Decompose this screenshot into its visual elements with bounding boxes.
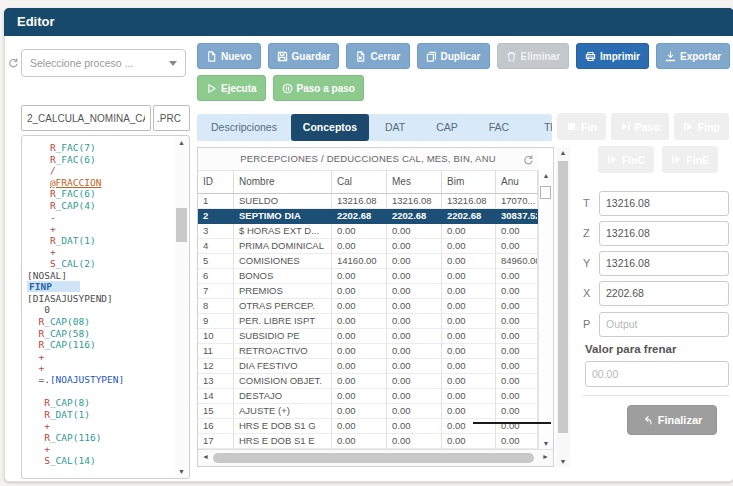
code-line[interactable]: R_CAP(58)	[27, 328, 174, 340]
guardar-button[interactable]: Guardar	[268, 43, 340, 69]
cerrar-button[interactable]: Cerrar	[346, 43, 409, 69]
scroll-down-icon[interactable]: ▼	[539, 440, 553, 447]
horizontal-scrollbar-thumb[interactable]	[213, 453, 534, 463]
fin-button[interactable]: Fin	[557, 113, 606, 140]
table-row[interactable]: 13COMISION OBJET.0.000.000.000.00	[198, 374, 538, 389]
eliminar-button[interactable]: Eliminar	[497, 43, 569, 69]
tab-fac[interactable]: FAC	[473, 114, 525, 141]
y-field[interactable]	[599, 251, 729, 276]
code-line[interactable]: R_CAP(116)	[27, 339, 174, 351]
tab-conceptos[interactable]: Conceptos	[291, 114, 369, 141]
table-row[interactable]: 12DIA FESTIVO0.000.000.000.00	[198, 359, 538, 374]
code-line[interactable]: 0	[27, 304, 174, 316]
code-line[interactable]: +	[27, 420, 174, 432]
p-output-field[interactable]	[599, 312, 729, 337]
code-line[interactable]: =.[NOAJUSTYPEN]	[27, 374, 174, 386]
code-line[interactable]: +	[27, 246, 174, 258]
table-cell: RETROACTIVO	[234, 344, 332, 359]
table-row[interactable]: 2SEPTIMO DIA2202.682202.682202.6830837.5…	[198, 209, 538, 224]
table-row[interactable]: 3$ HORAS EXT D...0.000.000.000.00	[198, 224, 538, 239]
fine-button[interactable]: FinE	[662, 146, 718, 173]
code-line[interactable]: +	[27, 362, 174, 374]
code-line[interactable]: S_CAL(14)	[27, 455, 174, 467]
code-line[interactable]: +	[27, 443, 174, 455]
table-row[interactable]: 4PRIMA DOMINICAL0.000.000.000.00	[198, 239, 538, 254]
code-line[interactable]: /	[27, 165, 174, 177]
code-line[interactable]: S_CAL(2)	[27, 258, 174, 270]
column-header-id: ID	[198, 170, 234, 194]
z-field[interactable]	[599, 221, 729, 246]
finc-button[interactable]: FinC	[598, 146, 654, 173]
code-line[interactable]: +	[27, 223, 174, 235]
grid-vertical-scrollbar[interactable]: ▲ ▼	[538, 170, 553, 449]
table-row[interactable]: 6BONOS0.000.000.000.00	[198, 269, 538, 284]
scroll-left-icon[interactable]: ◄	[202, 453, 209, 460]
tab-tem[interactable]: TEM	[525, 114, 552, 141]
x-field[interactable]	[599, 281, 729, 306]
scroll-up-icon[interactable]: ▲	[539, 172, 553, 179]
code-line[interactable]: R_CAP(4)	[27, 200, 174, 212]
code-line[interactable]: R_CAP(8)	[27, 397, 174, 409]
code-line[interactable]: R_FAC(6)	[27, 188, 174, 200]
exportar-button[interactable]: Exportar	[656, 43, 730, 69]
table-row[interactable]: 5COMISIONES14160.000.000.0084960.00	[198, 254, 538, 269]
imprimir-button[interactable]: Imprimir	[576, 43, 649, 69]
table-row[interactable]: 11RETROACTIVO0.000.000.000.00	[198, 344, 538, 359]
refresh-process-list-icon[interactable]	[8, 55, 19, 73]
grid-horizontal-scrollbar[interactable]: ◄ ►	[198, 449, 553, 466]
scroll-up-icon[interactable]: ▲	[556, 149, 570, 156]
code-line[interactable]: [NOSAL]	[27, 270, 174, 282]
finalizar-button[interactable]: Finalizar	[627, 405, 717, 435]
table-row[interactable]: 8OTRAS PERCEP.0.000.000.000.00	[198, 299, 538, 314]
z-field-row: Z	[583, 220, 729, 246]
code-scrollbar[interactable]: ▲ ▼	[175, 137, 188, 477]
code-line[interactable]: R_FAC(6)	[27, 154, 174, 166]
panel-scrollbar-thumb[interactable]	[558, 161, 568, 433]
table-row[interactable]: 15AJUSTE (+)0.000.000.000.00	[198, 404, 538, 419]
paso-a-paso-button[interactable]: Paso a paso	[273, 75, 364, 101]
scroll-up-icon[interactable]: ▲	[175, 139, 188, 146]
table-cell: PER. LIBRE ISPT	[234, 314, 332, 329]
code-line[interactable]: FINP	[27, 281, 174, 293]
stop-icon	[566, 121, 577, 132]
process-select[interactable]: Seleccione proceso ...	[21, 49, 186, 77]
code-line[interactable]: [DIASAJUSYPEND]	[27, 293, 174, 305]
nuevo-button[interactable]: Nuevo	[197, 43, 261, 69]
tab-dat[interactable]: DAT	[369, 114, 421, 141]
table-row[interactable]: 1SUELDO13216.0813216.0813216.0817070...	[198, 194, 538, 209]
tab-cap[interactable]: CAP	[421, 114, 473, 141]
paso-button[interactable]: Paso	[611, 113, 669, 140]
table-row[interactable]: 17HRS E DOB S1 E0.000.000.000.00	[198, 434, 538, 449]
code-lines[interactable]: R_FAC(7) R_FAC(6) / @FRACCION R_FAC(6) R…	[27, 142, 174, 476]
code-line[interactable]: R_CAP(116)	[27, 432, 174, 444]
table-cell: 17	[198, 434, 234, 449]
grid-scrollbar-thumb[interactable]	[540, 186, 551, 199]
code-line[interactable]	[27, 385, 174, 397]
finp-button[interactable]: Finp	[674, 113, 729, 140]
scroll-right-icon[interactable]: ►	[542, 453, 549, 460]
scroll-down-icon[interactable]: ▼	[556, 458, 570, 465]
valor-para-frenar-input[interactable]	[585, 361, 729, 387]
filename-input[interactable]	[21, 105, 151, 131]
table-row[interactable]: 14DESTAJO0.000.000.000.00	[198, 389, 538, 404]
table-row[interactable]: 9PER. LIBRE ISPT0.000.000.000.00	[198, 314, 538, 329]
grid-refresh-icon[interactable]	[523, 152, 534, 170]
table-row[interactable]: 7PREMIOS0.000.000.000.00	[198, 284, 538, 299]
code-editor-panel[interactable]: R_FAC(7) R_FAC(6) / @FRACCION R_FAC(6) R…	[21, 135, 190, 479]
tab-descripciones[interactable]: Descripciones	[197, 114, 291, 141]
scroll-down-icon[interactable]: ▼	[175, 468, 188, 475]
code-line[interactable]: R_DAT(1)	[27, 235, 174, 247]
table-row[interactable]: 10SUBSIDIO PE0.000.000.000.00	[198, 329, 538, 344]
panel-vertical-scrollbar[interactable]: ▲ ▼	[556, 147, 570, 467]
code-line[interactable]: R_CAP(08)	[27, 316, 174, 328]
code-line[interactable]: +	[27, 351, 174, 363]
ejecuta-button[interactable]: Ejecuta	[197, 75, 266, 101]
t-field[interactable]	[599, 191, 729, 216]
code-line[interactable]: -	[27, 212, 174, 224]
code-line[interactable]: @FRACCION	[27, 177, 174, 189]
table-cell: 11	[198, 344, 234, 359]
code-line[interactable]: R_DAT(1)	[27, 409, 174, 421]
duplicar-button[interactable]: Duplicar	[417, 43, 490, 69]
code-line[interactable]: R_FAC(7)	[27, 142, 174, 154]
code-scrollbar-thumb[interactable]	[176, 208, 187, 242]
